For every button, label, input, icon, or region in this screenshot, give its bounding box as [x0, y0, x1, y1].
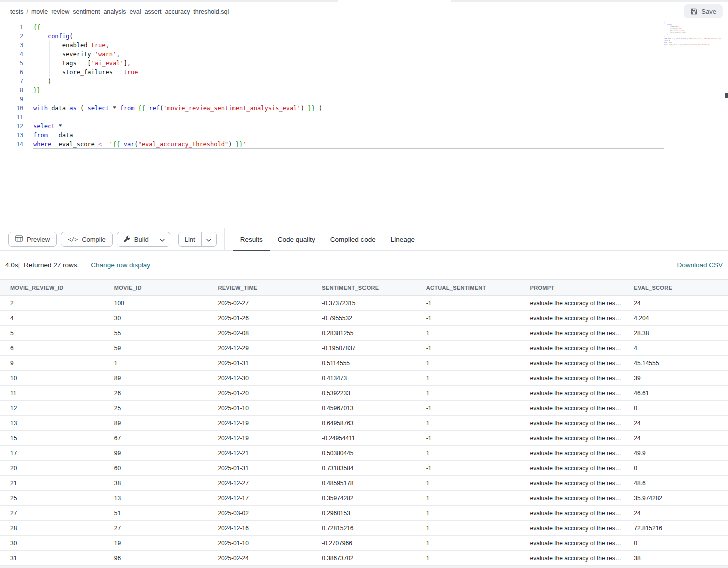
code-line[interactable]: 13from data [0, 131, 728, 140]
prompt-cell: evaluate the accuracy of the res…❯ [520, 536, 624, 550]
table-cell: 2025-02-08 [208, 326, 312, 340]
change-row-display-link[interactable]: Change row display [91, 261, 150, 269]
code-line[interactable]: 6 store_failures = true [0, 68, 728, 77]
indent-guide [35, 50, 35, 59]
table-row: 4302025-01-26-0.7955532-1evaluate the ac… [0, 311, 728, 326]
code-token: 'warn' [95, 51, 116, 58]
indent-guide [35, 41, 35, 50]
line-number: 9 [0, 95, 23, 104]
table-cell: 59 [104, 341, 208, 355]
query-duration: 4.0s [5, 261, 18, 269]
table-cell: -1 [416, 401, 520, 415]
code-line-content [23, 95, 728, 104]
column-header-sentiment_score: SENTIMENT_SCORE [312, 280, 416, 295]
build-button[interactable]: Build [117, 232, 155, 246]
table-cell: 35.974282 [624, 491, 728, 505]
editor-scrollbar-thumb[interactable] [725, 93, 728, 98]
table-cell: 0.73183584 [312, 461, 416, 475]
table-cell: 0.5392233 [312, 386, 416, 400]
table-cell: 2024-12-19 [208, 416, 312, 430]
tab-results[interactable]: Results [233, 228, 270, 251]
prompt-cell: evaluate the accuracy of the res…❯ [520, 341, 624, 355]
tab-lineage[interactable]: Lineage [383, 228, 422, 251]
indent-guide [35, 32, 35, 41]
table-cell: 2025-01-10 [208, 401, 312, 415]
prompt-text: evaluate the accuracy of the res… [530, 465, 621, 472]
table-row: 25132024-12-170.359742821evaluate the ac… [0, 491, 728, 506]
preview-button[interactable]: Preview [8, 232, 57, 247]
prompt-text: evaluate the accuracy of the res… [530, 345, 621, 352]
table-cell: -0.24954411 [312, 431, 416, 445]
code-line[interactable]: 3 enabled=true, [0, 41, 728, 50]
table-row: 15672024-12-19-0.24954411-1evaluate the … [0, 431, 728, 446]
code-token: , [116, 51, 120, 58]
code-editor[interactable]: 1{{2 config(3 enabled=true,4 severity='w… [0, 21, 728, 228]
save-button[interactable]: Save [684, 4, 723, 18]
editor-minimap[interactable]: {{ config( enabled=true, severity='warn'… [664, 22, 721, 82]
table-row: 20602025-01-310.73183584-1evaluate the a… [0, 461, 728, 476]
code-line[interactable]: 10with data as ( select * from {{ ref('m… [0, 104, 728, 113]
meta-divider: | [18, 261, 20, 269]
table-row: 912025-01-310.51145551evaluate the accur… [0, 356, 728, 371]
table-cell: 6 [0, 341, 104, 355]
build-label: Build [134, 236, 149, 243]
indent-guide [35, 68, 35, 77]
table-cell: 24 [624, 506, 728, 520]
code-token: data [48, 105, 69, 112]
editor-scrollbar[interactable] [724, 21, 728, 228]
lint-button[interactable]: Lint [179, 232, 201, 246]
code-token: ( [69, 33, 73, 40]
table-cell: 0 [624, 536, 728, 550]
code-line[interactable]: 5 tags = ['ai_eval'], [0, 59, 728, 68]
code-line[interactable]: 12select * [0, 122, 728, 131]
code-token: true [124, 69, 138, 76]
code-line-content: select * [23, 122, 728, 131]
breadcrumb: tests / movie_review_sentiment_analysis_… [10, 8, 229, 15]
download-csv-link[interactable]: Download CSV [677, 261, 723, 269]
tab-compiled-code[interactable]: Compiled code [323, 228, 383, 251]
table-cell: 0.28381255 [312, 326, 416, 340]
indent-guide [49, 41, 50, 50]
build-dropdown-button[interactable] [155, 232, 170, 246]
code-line[interactable]: 4 severity='warn', [0, 50, 728, 59]
table-cell: 45.14555 [624, 356, 728, 370]
code-token: true [91, 42, 106, 49]
compile-button[interactable]: </> Compile [61, 232, 113, 247]
code-token: select [33, 123, 55, 130]
code-line-content: enabled=true, [23, 41, 728, 50]
minimap-line: with data as ( select * from {{ ref('mov… [664, 38, 721, 40]
table-cell: 96 [104, 551, 208, 565]
table-cell: 30 [104, 311, 208, 325]
table-cell: 100 [104, 296, 208, 310]
table-cell: 1 [416, 386, 520, 400]
save-label: Save [701, 8, 716, 15]
prompt-cell: evaluate the accuracy of the res…❯ [520, 326, 624, 340]
chevron-down-icon [160, 236, 165, 243]
code-line[interactable]: 7 ) [0, 77, 728, 86]
table-cell: 13 [104, 491, 208, 505]
table-cell: 24 [624, 296, 728, 310]
table-cell: 0.64958763 [312, 416, 416, 430]
results-table-body: 21002025-02-27-0.37372315-1evaluate the … [0, 296, 728, 566]
code-line[interactable]: 1{{ [0, 23, 728, 32]
code-line[interactable]: 11 [0, 113, 728, 122]
table-row: 10892024-12-300.4134731evaluate the accu… [0, 371, 728, 386]
table-cell: 5 [0, 326, 104, 340]
lint-dropdown-button[interactable] [201, 232, 216, 246]
code-token [134, 105, 138, 112]
prompt-text: evaluate the accuracy of the res… [530, 300, 621, 307]
prompt-text: evaluate the accuracy of the res… [530, 555, 621, 562]
code-line[interactable]: 8}} [0, 86, 728, 95]
code-line[interactable]: 2 config( [0, 32, 728, 41]
indent-guide [49, 59, 50, 68]
table-cell: 19 [104, 536, 208, 550]
table-cell: 28.38 [624, 326, 728, 340]
table-cell: 1 [416, 491, 520, 505]
tab-code-quality[interactable]: Code quality [270, 228, 323, 251]
code-line[interactable]: 9 [0, 95, 728, 104]
code-line[interactable]: 14where eval_score <= '{{ var("eval_accu… [0, 140, 728, 149]
horizontal-scrollbar-track[interactable] [0, 566, 728, 568]
code-token: ) [301, 105, 304, 112]
breadcrumb-root: tests [10, 8, 23, 15]
table-cell: 13 [0, 416, 104, 430]
